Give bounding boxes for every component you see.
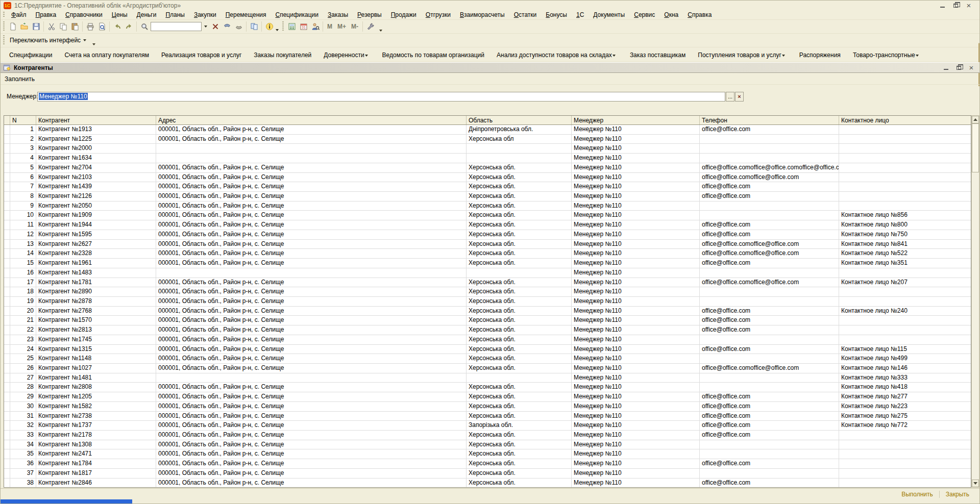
column-header-контактное лицо[interactable]: Контактное лицо <box>839 116 971 124</box>
table-row[interactable]: 12Контрагент №1595000001, Область обл., … <box>4 230 971 240</box>
table-row[interactable]: 20Контрагент №2768000001, Область обл., … <box>4 307 971 316</box>
table-row[interactable]: 7Контрагент №1439000001, Область обл., Р… <box>4 182 971 192</box>
redo-button[interactable] <box>123 21 135 32</box>
table-row[interactable]: 14Контрагент №2328000001, Область обл., … <box>4 249 971 259</box>
memory-button-m[interactable]: M <box>325 23 335 30</box>
command-button-4-1[interactable]: Распоряжения <box>795 49 845 61</box>
manager-lookup-button[interactable]: ... <box>726 92 734 102</box>
table-row[interactable]: 25Контрагент №1148000001, Область обл., … <box>4 354 971 364</box>
table-row[interactable]: 10Контрагент №1909000001, Область обл., … <box>4 211 971 220</box>
table-row[interactable]: 32Контрагент №1737000001, Область обл., … <box>4 421 971 431</box>
close-form-button[interactable]: Закрыть <box>942 490 973 499</box>
table-row[interactable]: 13Контрагент №2627000001, Область обл., … <box>4 240 971 249</box>
child-minimize-button[interactable] <box>941 64 950 71</box>
phone-call-button[interactable] <box>221 21 233 32</box>
new-document-button[interactable] <box>7 21 18 32</box>
child-close-button[interactable]: × <box>967 64 976 71</box>
toolbar-grip[interactable] <box>3 12 5 18</box>
column-header-область[interactable]: Область <box>467 116 572 124</box>
paste-button[interactable] <box>69 21 81 32</box>
phone-end-button[interactable] <box>233 21 244 32</box>
menu-item-19[interactable]: Сервис <box>629 10 659 19</box>
column-header-контрагент[interactable]: Контрагент <box>36 116 156 124</box>
menu-item-15[interactable]: Остатки <box>509 10 542 19</box>
scrollbar-thumb[interactable] <box>972 123 979 172</box>
table-row[interactable]: 11Контрагент №1944000001, Область обл., … <box>4 220 971 230</box>
table-row[interactable]: 6Контрагент №2103000001, Область обл., Р… <box>4 173 971 183</box>
table-row[interactable]: 16Контрагент №1483Менеджер №110 <box>4 268 971 278</box>
toolbar-overflow-icon[interactable] <box>92 43 95 45</box>
table-row[interactable]: 3Контрагент №2000Менеджер №110 <box>4 144 971 154</box>
command-button-3-1[interactable]: Заказ поставщикам <box>625 49 690 61</box>
restore-button[interactable] <box>951 2 960 9</box>
table-row[interactable]: 2Контрагент №1225000001, Область обл., Р… <box>4 135 971 144</box>
menu-item-5[interactable]: Деньги <box>132 10 161 19</box>
menu-item-7[interactable]: Закупки <box>189 10 221 19</box>
calendar-button[interactable] <box>298 21 309 32</box>
find-button[interactable] <box>138 21 150 32</box>
switch-interface-button[interactable]: Переключить интерфейс <box>7 35 89 45</box>
menu-item-14[interactable]: Взаиморасчеты <box>455 10 509 19</box>
column-header-адрес[interactable]: Адрес <box>156 116 467 124</box>
table-row[interactable]: 23Контрагент №1745000001, Область обл., … <box>4 335 971 345</box>
undo-button[interactable] <box>111 21 123 32</box>
minimize-button[interactable] <box>938 2 947 9</box>
close-button[interactable]: × <box>964 2 973 9</box>
table-row[interactable]: 18Контрагент №2890000001, Область обл., … <box>4 287 971 297</box>
menu-item-6[interactable]: Планы <box>161 10 189 19</box>
table-row[interactable]: 26Контрагент №1027000001, Область обл., … <box>4 364 971 373</box>
column-header-marker[interactable] <box>4 116 10 124</box>
table-row[interactable]: 15Контрагент №1961000001, Область обл., … <box>4 259 971 268</box>
table-row[interactable]: 19Контрагент №2878000001, Область обл., … <box>4 297 971 307</box>
combobox-dropdown-button[interactable] <box>202 22 209 31</box>
table-row[interactable]: 31Контрагент №2738000001, Область обл., … <box>4 412 971 421</box>
memory-button-m-[interactable]: M- <box>349 23 361 30</box>
save-button[interactable] <box>30 21 42 32</box>
table-row[interactable]: 22Контрагент №2813000001, Область обл., … <box>4 325 971 335</box>
manager-clear-button[interactable]: × <box>735 92 744 102</box>
table-row[interactable]: 21Контрагент №1570000001, Область обл., … <box>4 316 971 325</box>
table-row[interactable]: 24Контрагент №1315000001, Область обл., … <box>4 345 971 355</box>
command-button-1-3[interactable]: Реализация товаров и услуг <box>157 49 246 61</box>
doc-copy-button[interactable] <box>248 21 260 32</box>
command-button-1-1[interactable]: Спецификации <box>5 49 57 61</box>
menu-item-20[interactable]: Окна <box>659 10 683 19</box>
table-row[interactable]: 37Контрагент №1817000001, Область обл., … <box>4 469 971 478</box>
fill-button[interactable]: Заполнить <box>1 74 39 84</box>
table-row[interactable]: 8Контрагент №2126000001, Область обл., Р… <box>4 192 971 201</box>
table-row[interactable]: 27Контрагент №1481Менеджер №110Контактно… <box>4 373 971 383</box>
command-button-2-1[interactable]: Ведомость по товарам организаций <box>378 49 489 61</box>
menu-item-18[interactable]: Документы <box>589 10 629 19</box>
person-search-button[interactable] <box>309 21 321 32</box>
menu-item-16[interactable]: Бонусы <box>541 10 572 19</box>
menu-item-21[interactable]: Справка <box>683 10 716 19</box>
table-row[interactable]: 36Контрагент №1784000001, Область обл., … <box>4 459 971 469</box>
table-row[interactable]: 30Контрагент №1582000001, Область обл., … <box>4 402 971 412</box>
open-folder-button[interactable] <box>18 21 30 32</box>
table-row[interactable]: 29Контрагент №1205000001, Область обл., … <box>4 392 971 402</box>
menu-item-11[interactable]: Резервы <box>353 10 386 19</box>
calculator-button[interactable] <box>286 21 298 32</box>
command-button-2-2[interactable]: Анализ доступности товаров на складах <box>492 49 621 61</box>
child-restore-button[interactable] <box>954 64 963 71</box>
toolbar-grip[interactable] <box>282 21 284 32</box>
menu-item-8[interactable]: Перемещения <box>221 10 271 19</box>
menu-item-13[interactable]: Отгрузки <box>421 10 455 19</box>
table-row[interactable]: 5Контрагент №2704000001, Область обл., Р… <box>4 163 971 173</box>
table-row[interactable]: 1Контрагент №1913000001, Область обл., Р… <box>4 125 971 135</box>
memory-button-m+[interactable]: M+ <box>335 23 349 30</box>
menu-item-4[interactable]: Цены <box>107 10 132 19</box>
table-row[interactable]: 28Контрагент №2808000001, Область обл., … <box>4 383 971 392</box>
menu-item-12[interactable]: Продажи <box>386 10 421 19</box>
column-header-менеджер[interactable]: Менеджер <box>572 116 700 124</box>
command-button-4-2[interactable]: Товаро-транспортные <box>848 49 924 61</box>
execute-button[interactable]: Выполнить <box>897 490 937 499</box>
menu-item-2[interactable]: Правка <box>31 10 61 19</box>
command-button-1-2[interactable]: Счета на оплату покупателям <box>60 49 153 61</box>
menu-item-3[interactable]: Справочники <box>61 10 107 19</box>
command-button-3-2[interactable]: Поступления товаров и услуг <box>693 49 791 61</box>
table-row[interactable]: 35Контрагент №2471000001, Область обл., … <box>4 449 971 459</box>
table-row[interactable]: 9Контрагент №2050000001, Область обл., Р… <box>4 201 971 211</box>
table-row[interactable]: 4Контрагент №1634Менеджер №110 <box>4 154 971 163</box>
quick-search-combobox[interactable] <box>151 22 202 31</box>
